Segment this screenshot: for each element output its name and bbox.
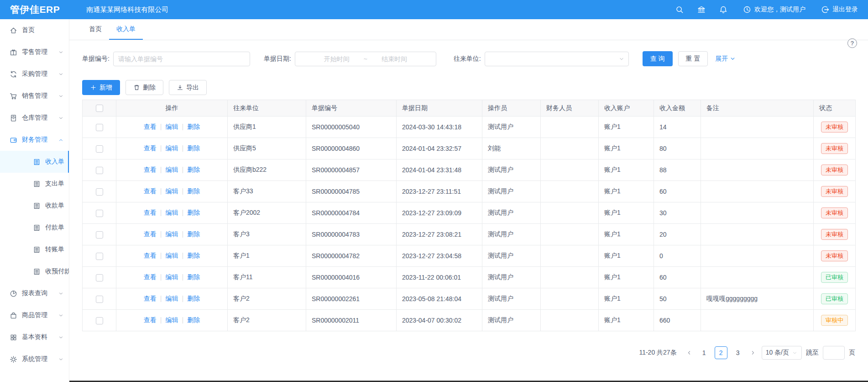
jump-page-input[interactable]	[823, 346, 845, 360]
status-cell: 未审核	[814, 245, 856, 267]
export-button[interactable]: 导出	[169, 80, 207, 95]
edit-link[interactable]: 编辑	[166, 273, 178, 281]
delete-button[interactable]: 删除	[125, 80, 163, 95]
sidebar-item-warehouse[interactable]: 仓库管理	[0, 107, 69, 129]
delete-link[interactable]: 删除	[187, 252, 200, 259]
edit-link[interactable]: 编辑	[166, 295, 178, 302]
select-all-header-cell	[83, 100, 116, 117]
delete-link[interactable]: 删除	[187, 166, 200, 173]
edit-link[interactable]: 编辑	[166, 316, 178, 324]
view-link[interactable]: 查看	[144, 123, 157, 130]
tab-home[interactable]: 首页	[82, 19, 109, 40]
sidebar-item-home[interactable]: 首页	[0, 19, 69, 41]
column-header-6: 财务人员	[541, 100, 599, 117]
sidebar-item-purchase[interactable]: 采购管理	[0, 63, 69, 85]
row-checkbox[interactable]	[96, 317, 103, 324]
expand-link[interactable]: 展开	[715, 55, 736, 63]
help-icon[interactable]: ?	[847, 38, 857, 48]
date-start-input[interactable]	[312, 55, 362, 63]
sidebar-item-expense[interactable]: 支出单	[0, 173, 69, 195]
delete-link[interactable]: 删除	[187, 144, 200, 152]
edit-link[interactable]: 编辑	[166, 187, 178, 195]
column-header-1: 操作	[116, 100, 228, 117]
view-link[interactable]: 查看	[144, 166, 157, 173]
tab-income[interactable]: 收入单	[109, 19, 143, 40]
finance-staff-cell	[541, 310, 599, 331]
delete-link[interactable]: 删除	[187, 273, 200, 281]
row-checkbox[interactable]	[96, 274, 103, 281]
view-link[interactable]: 查看	[144, 144, 157, 152]
view-link[interactable]: 查看	[144, 295, 157, 302]
delete-link[interactable]: 删除	[187, 187, 200, 195]
edit-link[interactable]: 编辑	[166, 209, 178, 216]
sidebar-item-basic-data[interactable]: 基本资料	[0, 326, 69, 348]
date-range-picker[interactable]: ~	[295, 52, 436, 66]
row-checkbox[interactable]	[96, 210, 103, 217]
row-checkbox[interactable]	[96, 253, 103, 260]
party-select[interactable]	[485, 52, 629, 66]
edit-link[interactable]: 编辑	[166, 166, 178, 173]
tabbar: 首页收入单	[69, 19, 868, 40]
reset-button[interactable]: 重 置	[678, 51, 708, 66]
view-link[interactable]: 查看	[144, 316, 157, 324]
delete-link[interactable]: 删除	[187, 295, 200, 302]
row-checkbox[interactable]	[96, 231, 103, 239]
date-end-input[interactable]	[369, 55, 419, 63]
sidebar-item-payment[interactable]: 付款单	[0, 217, 69, 239]
next-page-button[interactable]	[748, 350, 758, 356]
edit-link[interactable]: 编辑	[166, 144, 178, 152]
sidebar-item-system[interactable]: 系统管理	[0, 348, 69, 370]
edit-link[interactable]: 编辑	[166, 252, 178, 259]
delete-link[interactable]: 删除	[187, 316, 200, 324]
view-link[interactable]: 查看	[144, 230, 157, 238]
view-link[interactable]: 查看	[144, 252, 157, 259]
doc-no-input[interactable]	[113, 52, 250, 66]
row-checkbox[interactable]	[96, 145, 103, 153]
remark-cell	[701, 224, 814, 245]
sidebar-item-advance-receipt[interactable]: 收预付款	[0, 260, 69, 282]
edit-link[interactable]: 编辑	[166, 123, 178, 130]
bell-icon[interactable]	[719, 5, 727, 14]
bank-icon[interactable]	[697, 5, 706, 14]
sidebar-item-income[interactable]: 收入单	[0, 151, 69, 173]
operator-cell: 测试用户	[482, 310, 541, 331]
search-button[interactable]: 查 询	[643, 51, 673, 66]
jump-label: 跳至	[806, 349, 819, 357]
doc-no-cell: SR00000005040	[306, 117, 397, 138]
row-checkbox[interactable]	[96, 167, 103, 174]
status-cell: 已审核	[814, 267, 856, 288]
sidebar-item-products[interactable]: 商品管理	[0, 304, 69, 326]
logout-button[interactable]: 退出登录	[821, 5, 858, 14]
sidebar-item-finance[interactable]: 财务管理	[0, 129, 69, 151]
page-size-select[interactable]: 10 条/页	[762, 346, 802, 360]
add-button[interactable]: 新增	[82, 80, 120, 95]
date-cell: 2023-12-27 23:09:09	[397, 202, 482, 224]
view-link[interactable]: 查看	[144, 273, 157, 281]
finance-staff-cell	[541, 202, 599, 224]
row-checkbox[interactable]	[96, 296, 103, 303]
sidebar-item-retail[interactable]: 零售管理	[0, 41, 69, 63]
delete-link[interactable]: 删除	[187, 230, 200, 238]
row-checkbox[interactable]	[96, 124, 103, 131]
sidebar-item-transfer[interactable]: 转账单	[0, 239, 69, 260]
view-link[interactable]: 查看	[144, 187, 157, 195]
welcome-user[interactable]: 欢迎您，测试用户	[743, 5, 805, 14]
account-cell: 账户1	[599, 117, 654, 138]
action-separator: |	[160, 123, 162, 130]
page-number-2[interactable]: 2	[715, 346, 727, 359]
sidebar-item-sales[interactable]: 销售管理	[0, 85, 69, 107]
search-icon[interactable]	[675, 5, 684, 14]
edit-link[interactable]: 编辑	[166, 230, 178, 238]
toolbar: 新增 删除 导出	[82, 80, 855, 95]
row-checkbox[interactable]	[96, 188, 103, 196]
sidebar-item-reports[interactable]: 报表查询	[0, 282, 69, 304]
delete-link[interactable]: 删除	[187, 209, 200, 216]
delete-link[interactable]: 删除	[187, 123, 200, 130]
company-name: 南通某某网络科技有限公司	[86, 5, 168, 14]
page-number-3[interactable]: 3	[732, 346, 744, 359]
select-all-checkbox[interactable]	[96, 105, 103, 112]
page-number-1[interactable]: 1	[698, 346, 711, 359]
prev-page-button[interactable]	[685, 350, 694, 356]
view-link[interactable]: 查看	[144, 209, 157, 216]
sidebar-item-receipt[interactable]: 收款单	[0, 195, 69, 217]
